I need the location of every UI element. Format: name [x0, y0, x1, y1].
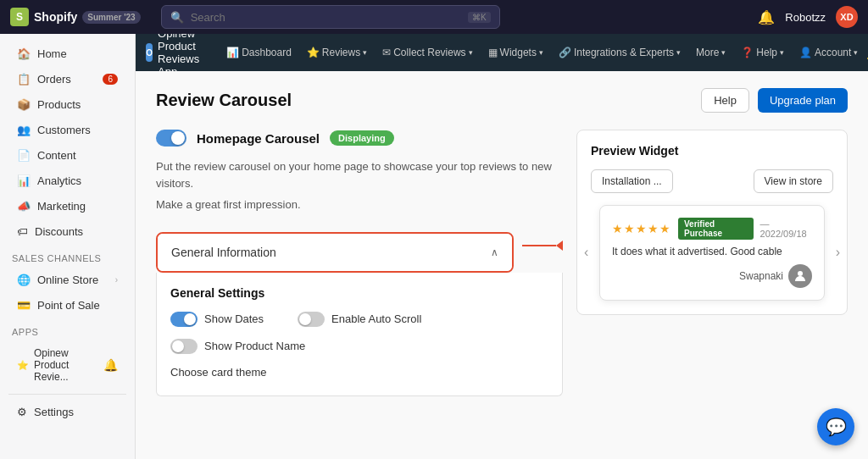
settings-title: General Settings: [170, 286, 548, 300]
opinew-icon: ⭐: [17, 360, 29, 371]
nav-account[interactable]: 👤 Account ▾: [793, 41, 865, 64]
sidebar-item-pos[interactable]: 💳Point of Sale: [5, 293, 130, 318]
analytics-icon: 📊: [17, 174, 31, 187]
sidebar-item-customers[interactable]: 👥Customers: [5, 118, 130, 142]
products-icon: 📦: [17, 98, 31, 111]
collect-nav-icon: ✉: [382, 47, 391, 58]
nav-more[interactable]: More ▾: [689, 41, 732, 64]
notification-bell-icon[interactable]: 🔔: [758, 9, 775, 25]
nav-collect-reviews[interactable]: ✉ Collect Reviews ▾: [376, 41, 479, 64]
show-product-label: Show Product Name: [204, 340, 305, 352]
show-product-knob: [172, 340, 184, 352]
nav-help[interactable]: ❓ Help ▾: [734, 41, 791, 64]
page-content: Review Carousel Help Upgrade plan Homepa…: [136, 71, 868, 459]
pos-icon: 💳: [17, 299, 31, 312]
carousel-prev-button[interactable]: ‹: [584, 245, 588, 260]
shopify-icon: S: [10, 8, 29, 26]
integrations-nav-icon: 🔗: [559, 47, 571, 58]
two-column-layout: Homepage Carousel Displaying Put the rev…: [156, 130, 848, 396]
nav-dashboard[interactable]: 📊 Dashboard: [220, 41, 298, 64]
search-kbd: ⌘K: [468, 12, 491, 23]
general-info-header[interactable]: General Information ∧: [158, 234, 512, 271]
help-button[interactable]: Help: [701, 88, 749, 113]
carousel-header: Homepage Carousel Displaying: [156, 130, 563, 147]
sidebar-item-orders[interactable]: 📋Orders 6: [5, 67, 130, 91]
sidebar-item-opinew[interactable]: ⭐ Opinew Product Revie... 🔔: [5, 341, 130, 389]
settings-row-2: Show Product Name: [170, 339, 548, 354]
general-settings-content: General Settings Show Dates: [156, 273, 563, 396]
homepage-carousel-toggle[interactable]: [156, 130, 186, 147]
svg-point-0: [798, 271, 803, 276]
sidebar-item-marketing[interactable]: 📣Marketing: [5, 194, 130, 218]
installation-button[interactable]: Installation ...: [591, 169, 673, 193]
show-dates-knob: [184, 313, 196, 325]
orders-icon: 📋: [17, 73, 31, 86]
search-bar[interactable]: 🔍 ⌘K: [161, 5, 500, 29]
nav-widgets[interactable]: ▦ Widgets ▾: [481, 41, 550, 64]
section-row: General Information ∧: [156, 218, 563, 273]
sidebar-item-settings[interactable]: ⚙Settings: [5, 400, 130, 424]
show-dates-setting: Show Dates: [170, 312, 264, 327]
chevron-right-icon: ›: [115, 275, 118, 285]
user-name: Robotzz: [785, 11, 826, 24]
choose-card-theme-label: Choose card theme: [170, 366, 548, 379]
settings-icon: ⚙: [17, 406, 27, 418]
author-avatar: [788, 264, 812, 288]
nav-reviews[interactable]: ⭐ Reviews ▾: [300, 41, 374, 64]
sidebar-item-analytics[interactable]: 📊Analytics: [5, 169, 130, 193]
left-column: Homepage Carousel Displaying Put the rev…: [156, 130, 563, 396]
preview-title: Preview Widget: [591, 144, 833, 158]
description-2: Make a great first impression.: [156, 196, 563, 213]
sidebar-item-home[interactable]: 🏠Home: [5, 41, 130, 66]
status-badge: Displaying: [330, 130, 394, 146]
auto-scroll-knob: [299, 313, 311, 325]
red-arrow-indicator: [522, 241, 563, 251]
shopify-logo: S Shopify Summer '23: [10, 8, 141, 26]
user-avatar[interactable]: XD: [836, 6, 858, 28]
main-layout: 🏠Home 📋Orders 6 📦Products 👥Customers 📄Co…: [0, 34, 868, 459]
carousel-next-button[interactable]: ›: [836, 245, 840, 260]
settings-row-1: Show Dates Enable Auto Scroll: [170, 312, 548, 327]
review-carousel-preview: ‹ ★★★★★ Verified Purchase — 2022/09/18 I…: [591, 205, 833, 301]
sidebar-item-products[interactable]: 📦Products: [5, 92, 130, 117]
search-icon: 🔍: [170, 11, 184, 24]
page-header: Review Carousel Help Upgrade plan: [156, 88, 848, 113]
reviews-nav-icon: ⭐: [307, 47, 320, 58]
widgets-chevron-icon: ▾: [539, 48, 543, 57]
red-arrow-head-icon: [556, 241, 563, 251]
marketing-icon: 📣: [17, 200, 31, 213]
view-in-store-button[interactable]: View in store: [754, 169, 833, 193]
reviews-chevron-icon: ▾: [363, 48, 367, 57]
review-date: — 2022/09/18: [760, 218, 812, 239]
general-info-card: General Information ∧: [156, 232, 514, 273]
auto-scroll-toggle[interactable]: [298, 312, 325, 327]
preview-actions: Installation ... View in store: [591, 169, 833, 193]
customers-icon: 👥: [17, 124, 31, 136]
author-name: Swapnaki: [739, 270, 783, 282]
upgrade-button[interactable]: Upgrade plan: [758, 88, 848, 113]
show-product-toggle[interactable]: [170, 339, 198, 354]
orders-badge: 6: [103, 74, 118, 85]
description-1: Put the review carousel on your home pag…: [156, 158, 563, 191]
collect-chevron-icon: ▾: [469, 48, 473, 57]
account-nav-icon: 👤: [799, 47, 812, 58]
review-header: ★★★★★ Verified Purchase — 2022/09/18: [612, 218, 812, 240]
sidebar-item-discounts[interactable]: 🏷Discounts: [5, 219, 130, 244]
sidebar-item-content[interactable]: 📄Content: [5, 143, 130, 168]
app-topbar: O Opinew Product Reviews App 📊 Dashboard…: [136, 34, 868, 71]
chat-button[interactable]: 💬: [817, 408, 854, 445]
section-chevron-icon: ∧: [491, 246, 498, 258]
show-product-name-setting: Show Product Name: [170, 339, 305, 354]
review-text: It does what it advertised. Good cable: [612, 245, 812, 259]
general-info-title: General Information: [171, 246, 276, 259]
sidebar-item-online-store[interactable]: 🌐Online Store ›: [5, 268, 130, 292]
online-store-icon: 🌐: [17, 274, 31, 286]
sidebar: 🏠Home 📋Orders 6 📦Products 👥Customers 📄Co…: [0, 34, 136, 459]
integrations-chevron-icon: ▾: [676, 48, 681, 57]
notification-dot-icon: 🔔: [103, 358, 118, 372]
show-dates-toggle[interactable]: [170, 312, 198, 327]
enable-auto-scroll-setting: Enable Auto Scroll: [298, 312, 421, 327]
nav-integrations[interactable]: 🔗 Integrations & Experts ▾: [552, 41, 687, 64]
review-stars: ★★★★★: [612, 222, 671, 235]
search-input[interactable]: [191, 11, 461, 24]
